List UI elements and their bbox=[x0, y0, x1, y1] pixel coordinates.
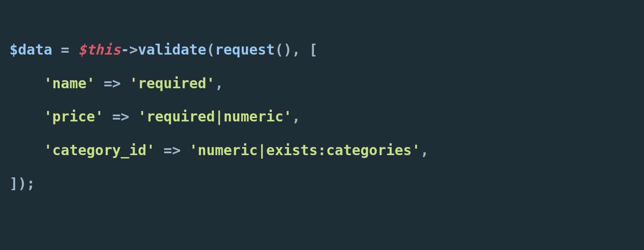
string-token: 'numeric|exists:categories' bbox=[189, 142, 420, 158]
fat-arrow-token: => bbox=[104, 108, 138, 125]
function-token: validate bbox=[138, 41, 207, 58]
arrow-token: -> bbox=[121, 41, 138, 58]
string-token: 'name' bbox=[44, 75, 95, 92]
comma-token: , bbox=[292, 108, 300, 125]
paren-token: () bbox=[275, 41, 292, 58]
bracket-token: [ bbox=[309, 41, 317, 58]
this-token: $this bbox=[78, 41, 121, 58]
comma-token: , bbox=[292, 41, 309, 58]
string-token: 'required|numeric' bbox=[138, 108, 292, 125]
fat-arrow-token: => bbox=[155, 142, 189, 158]
variable-token: $data bbox=[9, 41, 52, 58]
indent bbox=[9, 75, 44, 92]
string-token: 'category_id' bbox=[44, 142, 155, 158]
indent bbox=[9, 108, 44, 125]
close-tokens: ]); bbox=[9, 175, 35, 192]
string-token: 'price' bbox=[44, 108, 103, 125]
comma-token: , bbox=[215, 75, 224, 92]
comma-token: , bbox=[420, 142, 429, 158]
fat-arrow-token: => bbox=[95, 75, 129, 92]
string-token: 'required' bbox=[129, 75, 215, 92]
function-token: request bbox=[215, 41, 275, 58]
paren-token: ( bbox=[206, 41, 215, 58]
indent bbox=[9, 142, 44, 158]
operator-token: = bbox=[52, 41, 78, 58]
code-block: $data = $this->validate(request(), [ 'na… bbox=[9, 33, 635, 201]
